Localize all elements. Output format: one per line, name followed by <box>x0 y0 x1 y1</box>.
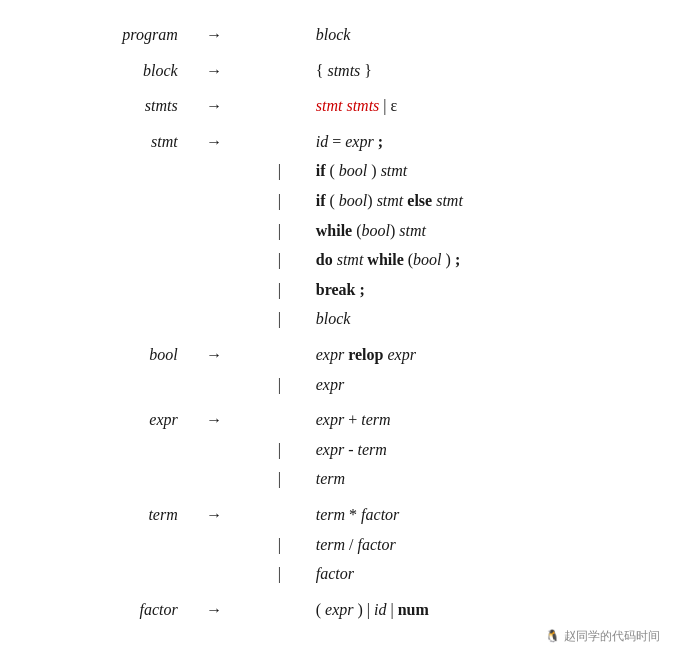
arrow-cell <box>182 530 247 560</box>
watermark-icon: 🐧 <box>545 629 560 644</box>
table-row: term→term * factor <box>30 500 648 530</box>
lhs-cell: stmts <box>30 91 182 121</box>
table-row: stmt→id = expr ; <box>30 127 648 157</box>
lhs-cell <box>30 156 182 186</box>
lhs-cell <box>30 245 182 275</box>
lhs-cell: program <box>30 20 182 50</box>
rhs-cell: ( expr ) | id | num <box>312 595 648 625</box>
pipe-cell <box>247 500 312 530</box>
lhs-cell <box>30 216 182 246</box>
arrow-cell <box>182 464 247 494</box>
pipe-cell <box>247 595 312 625</box>
pipe-cell: | <box>247 530 312 560</box>
table-row: bool→expr relop expr <box>30 340 648 370</box>
table-row: |expr <box>30 370 648 400</box>
table-row: |term <box>30 464 648 494</box>
pipe-cell: | <box>247 156 312 186</box>
lhs-cell: expr <box>30 405 182 435</box>
pipe-cell: | <box>247 245 312 275</box>
lhs-cell: bool <box>30 340 182 370</box>
table-row: |term / factor <box>30 530 648 560</box>
pipe-cell <box>247 127 312 157</box>
pipe-cell: | <box>247 275 312 305</box>
pipe-cell: | <box>247 464 312 494</box>
rhs-cell: factor <box>312 559 648 589</box>
table-row: factor→( expr ) | id | num <box>30 595 648 625</box>
rhs-cell: { stmts } <box>312 56 648 86</box>
arrow-cell <box>182 156 247 186</box>
arrow-cell: → <box>182 127 247 157</box>
table-row: expr→expr + term <box>30 405 648 435</box>
table-row: |expr - term <box>30 435 648 465</box>
arrow-cell <box>182 304 247 334</box>
lhs-cell <box>30 435 182 465</box>
lhs-cell: stmt <box>30 127 182 157</box>
rhs-cell: term <box>312 464 648 494</box>
lhs-cell <box>30 464 182 494</box>
lhs-cell: factor <box>30 595 182 625</box>
pipe-cell <box>247 20 312 50</box>
rhs-cell: id = expr ; <box>312 127 648 157</box>
watermark-text: 赵同学的代码时间 <box>564 628 660 645</box>
table-row: |break ; <box>30 275 648 305</box>
table-row: stmts→stmt stmts | ε <box>30 91 648 121</box>
rhs-cell: expr relop expr <box>312 340 648 370</box>
lhs-cell <box>30 186 182 216</box>
lhs-cell <box>30 275 182 305</box>
rhs-cell: term * factor <box>312 500 648 530</box>
pipe-cell: | <box>247 304 312 334</box>
arrow-cell <box>182 186 247 216</box>
table-row: |while (bool) stmt <box>30 216 648 246</box>
rhs-cell: if ( bool) stmt else stmt <box>312 186 648 216</box>
arrow-cell: → <box>182 500 247 530</box>
rhs-cell: if ( bool ) stmt <box>312 156 648 186</box>
table-row: |if ( bool ) stmt <box>30 156 648 186</box>
pipe-cell: | <box>247 435 312 465</box>
rhs-cell: block <box>312 20 648 50</box>
rhs-cell: expr - term <box>312 435 648 465</box>
lhs-cell <box>30 559 182 589</box>
pipe-cell: | <box>247 559 312 589</box>
pipe-cell <box>247 91 312 121</box>
table-row: block→{ stmts } <box>30 56 648 86</box>
arrow-cell: → <box>182 405 247 435</box>
pipe-cell <box>247 56 312 86</box>
table-row: |if ( bool) stmt else stmt <box>30 186 648 216</box>
lhs-cell <box>30 530 182 560</box>
pipe-cell: | <box>247 216 312 246</box>
arrow-cell: → <box>182 595 247 625</box>
rhs-cell: expr + term <box>312 405 648 435</box>
arrow-cell <box>182 216 247 246</box>
table-row: |block <box>30 304 648 334</box>
arrow-cell <box>182 435 247 465</box>
table-row: |do stmt while (bool ) ; <box>30 245 648 275</box>
rhs-cell: break ; <box>312 275 648 305</box>
arrow-cell <box>182 370 247 400</box>
pipe-cell <box>247 405 312 435</box>
lhs-cell <box>30 304 182 334</box>
rhs-cell: do stmt while (bool ) ; <box>312 245 648 275</box>
pipe-cell: | <box>247 186 312 216</box>
watermark: 🐧 赵同学的代码时间 <box>545 628 660 645</box>
arrow-cell <box>182 559 247 589</box>
rhs-cell: while (bool) stmt <box>312 216 648 246</box>
rhs-cell: stmt stmts | ε <box>312 91 648 121</box>
grammar-table: program→blockblock→{ stmts }stmts→stmt s… <box>30 20 648 624</box>
table-row: program→block <box>30 20 648 50</box>
pipe-cell <box>247 340 312 370</box>
table-row: |factor <box>30 559 648 589</box>
arrow-cell <box>182 245 247 275</box>
rhs-cell: expr <box>312 370 648 400</box>
lhs-cell <box>30 370 182 400</box>
pipe-cell: | <box>247 370 312 400</box>
arrow-cell: → <box>182 340 247 370</box>
lhs-cell: term <box>30 500 182 530</box>
arrow-cell: → <box>182 20 247 50</box>
arrow-cell <box>182 275 247 305</box>
arrow-cell: → <box>182 91 247 121</box>
rhs-cell: term / factor <box>312 530 648 560</box>
rhs-cell: block <box>312 304 648 334</box>
arrow-cell: → <box>182 56 247 86</box>
lhs-cell: block <box>30 56 182 86</box>
